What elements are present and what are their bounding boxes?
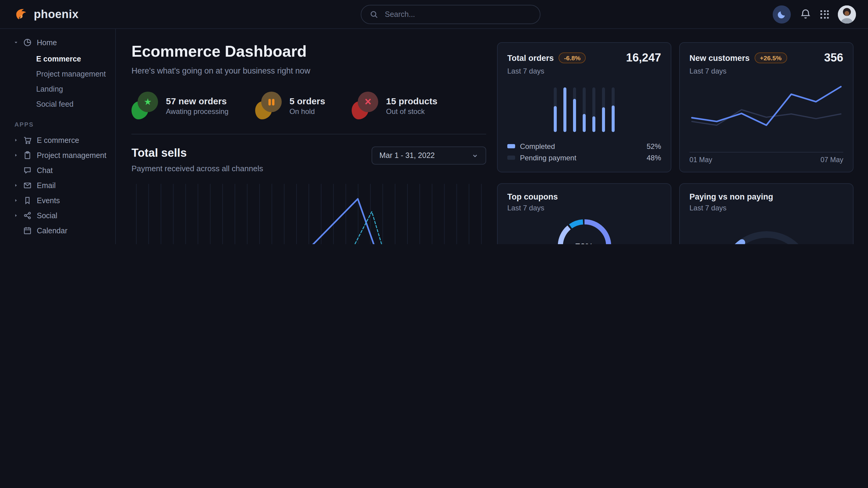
notifications-button[interactable]	[800, 8, 811, 20]
x-icon: ×	[358, 92, 378, 112]
card-value: 356	[824, 51, 843, 65]
brand-name: phoenix	[34, 7, 79, 21]
order-bar	[554, 88, 557, 132]
bar-fill	[592, 116, 595, 132]
stats-divider	[131, 134, 486, 134]
x-label: 07 May	[820, 156, 843, 163]
orders-legend-completed: Completed52%	[507, 140, 661, 152]
cart-icon	[23, 136, 33, 145]
chevron-down-icon	[472, 152, 478, 159]
bar-fill	[554, 106, 557, 132]
sidebar-item-label: Events	[37, 196, 60, 205]
coupons-donut-chart: 72%	[555, 217, 613, 244]
sidebar-item-chat[interactable]: Chat	[0, 163, 115, 178]
sidebar-subitem-e-commerce[interactable]: E commerce	[0, 51, 115, 66]
order-bar	[612, 88, 615, 132]
bar-fill	[563, 88, 566, 132]
stat-label: Out of stock	[386, 107, 437, 116]
caret-right-icon	[13, 213, 19, 218]
sidebar-subitem-social-feed[interactable]: Social feed	[0, 96, 115, 111]
bell-icon	[800, 8, 811, 20]
sidebar: HomeE commerceProject managementLandingS…	[0, 29, 116, 244]
sidebar-item-project-management[interactable]: Project management	[0, 148, 115, 163]
kpi-cards: Total orders -6.8% 16,247 Last 7 days Co…	[497, 42, 854, 244]
user-avatar[interactable]	[838, 5, 856, 23]
paying-gauge-chart	[689, 212, 843, 244]
stat-blob-icon	[255, 92, 282, 119]
theme-toggle-button[interactable]	[773, 5, 791, 23]
stat-blob-icon: ×	[352, 92, 378, 119]
total-sells-subtitle: Payment received across all channels	[131, 164, 263, 173]
clipboard-icon	[23, 151, 33, 160]
sidebar-item-label: Home	[37, 38, 57, 47]
stats-row: ★57 new ordersAwating processing5 orders…	[131, 92, 486, 119]
stat-15-products: ×15 productsOut of stock	[352, 92, 437, 119]
orders-legend-pending-payment: Pending payment48%	[507, 152, 661, 163]
caret-right-icon	[13, 137, 19, 143]
stat-blob-icon: ★	[131, 92, 158, 119]
sidebar-item-label: Chat	[37, 166, 53, 174]
card-period: Last 7 days	[689, 67, 843, 75]
envelope-icon	[23, 181, 33, 190]
order-bar	[563, 88, 566, 132]
sidebar-item-email[interactable]: Email	[0, 178, 115, 193]
date-range-value: Mar 1 - 31, 2022	[379, 151, 435, 160]
share-icon	[23, 211, 33, 220]
sidebar-item-social[interactable]: Social	[0, 208, 115, 223]
card-value: 16,247	[626, 51, 661, 65]
stat-label: Awating processing	[166, 107, 228, 116]
new-customers-chart	[689, 82, 843, 151]
brand[interactable]: phoenix	[14, 7, 79, 22]
navbar-search[interactable]	[361, 5, 540, 24]
total-orders-card: Total orders -6.8% 16,247 Last 7 days Co…	[497, 42, 671, 172]
calendar-icon	[23, 226, 33, 235]
sidebar-nav: HomeE commerceProject managementLandingS…	[0, 35, 115, 244]
pause-icon	[261, 92, 282, 112]
sidebar-item-label: Calendar	[37, 226, 67, 235]
sidebar-item-events[interactable]: Events	[0, 193, 115, 208]
caret-down-icon	[13, 40, 19, 45]
navbar-search-input[interactable]	[384, 10, 531, 19]
stat-57-new-orders: ★57 new ordersAwating processing	[131, 92, 228, 119]
orders-bar-chart	[507, 75, 661, 140]
bookmark-icon	[23, 196, 33, 205]
sidebar-subitem-landing[interactable]: Landing	[0, 82, 115, 96]
top-navbar: phoenix	[0, 0, 868, 29]
sidebar-item-home[interactable]: Home	[0, 35, 115, 50]
card-title: Paying vs non paying	[689, 192, 773, 201]
order-bar	[573, 88, 576, 132]
card-period: Last 7 days	[507, 204, 661, 212]
dashboard-left-column: Ecommerce Dashboard Here's what's going …	[131, 42, 486, 244]
x-label: 01 May	[689, 156, 712, 163]
app-root: phoenix	[0, 0, 868, 244]
legend-value: 52%	[647, 142, 661, 151]
bar-fill	[602, 108, 605, 132]
star-icon: ★	[137, 92, 158, 112]
chat-icon	[23, 166, 33, 175]
order-bar	[583, 88, 586, 132]
date-range-select[interactable]: Mar 1 - 31, 2022	[372, 147, 486, 165]
stat-label: On hold	[289, 107, 325, 116]
card-title: Total orders	[507, 53, 554, 62]
sidebar-item-label: Email	[37, 181, 56, 190]
sidebar-subitem-project-management[interactable]: Project management	[0, 66, 115, 82]
stat-value: 5 orders	[289, 96, 325, 107]
apps-menu-button[interactable]	[820, 10, 829, 19]
sidebar-item-e-commerce[interactable]: E commerce	[0, 133, 115, 148]
change-badge: +26.5%	[754, 53, 787, 63]
page-title: Ecommerce Dashboard	[131, 42, 486, 61]
total-sells-header: Total sells Payment received across all …	[131, 147, 486, 173]
legend-label: Pending payment	[520, 154, 576, 162]
legend-label: Completed	[520, 142, 555, 151]
page-subtitle: Here's what's going on at your business …	[131, 66, 486, 75]
donut-center-label: 72%	[555, 217, 613, 244]
card-period: Last 7 days	[689, 204, 843, 212]
sidebar-item-calendar[interactable]: Calendar	[0, 223, 115, 238]
caret-right-icon	[13, 183, 19, 188]
top-coupons-card: Top coupons Last 7 days 72% Percentage d…	[497, 183, 671, 244]
sidebar-item-label: Social	[37, 211, 57, 220]
grid-9-icon	[820, 10, 829, 19]
paying-card: Paying vs non paying Last 7 days Paying …	[679, 183, 854, 244]
bar-fill	[583, 114, 586, 132]
card-title: Top coupons	[507, 192, 558, 201]
